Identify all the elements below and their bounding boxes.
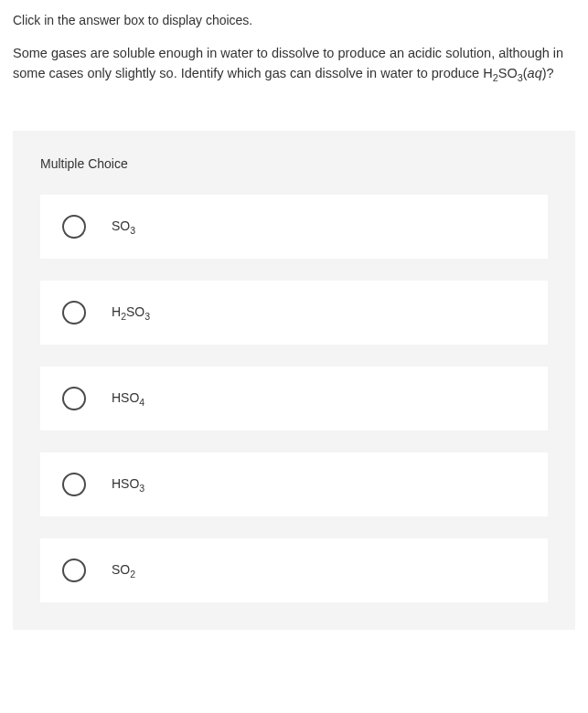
option-label: SO3	[112, 218, 135, 236]
radio-icon[interactable]	[62, 301, 86, 325]
option-row[interactable]: HSO4	[40, 367, 548, 431]
radio-icon[interactable]	[62, 387, 86, 410]
option-base1: H	[112, 304, 121, 319]
option-label: H2SO3	[112, 304, 150, 322]
option-sub1: 3	[130, 224, 135, 235]
radio-icon[interactable]	[62, 215, 86, 239]
option-sub1: 2	[130, 568, 135, 579]
option-label: HSO4	[112, 390, 144, 408]
question-end: )?	[542, 66, 554, 80]
radio-icon[interactable]	[62, 473, 86, 496]
option-sub1: 3	[139, 482, 144, 493]
quiz-container: Multiple Choice SO3 H2SO3 HSO4 HSO3	[13, 131, 575, 630]
option-row[interactable]: HSO3	[40, 452, 548, 516]
question-prefix: Some gases are soluble enough in water t…	[13, 46, 563, 80]
option-row[interactable]: SO2	[40, 538, 548, 602]
option-label: HSO3	[112, 476, 144, 494]
option-label: SO2	[112, 562, 135, 580]
option-base2: SO	[126, 304, 144, 319]
question-mid1: SO	[498, 66, 518, 80]
option-base1: HSO	[112, 390, 139, 405]
question-text: Some gases are soluble enough in water t…	[13, 44, 575, 85]
option-row[interactable]: SO3	[40, 195, 548, 259]
option-base1: SO	[112, 218, 130, 233]
question-aq: aq	[528, 66, 542, 80]
options-list: SO3 H2SO3 HSO4 HSO3 SO2	[13, 195, 575, 630]
radio-icon[interactable]	[62, 559, 86, 582]
option-row[interactable]: H2SO3	[40, 281, 548, 345]
quiz-header: Multiple Choice	[13, 131, 575, 195]
option-base1: SO	[112, 562, 130, 577]
option-sub1: 4	[139, 396, 144, 407]
instruction-text: Click in the answer box to display choic…	[13, 13, 575, 27]
option-base1: HSO	[112, 476, 139, 491]
option-sub2: 3	[144, 310, 150, 321]
